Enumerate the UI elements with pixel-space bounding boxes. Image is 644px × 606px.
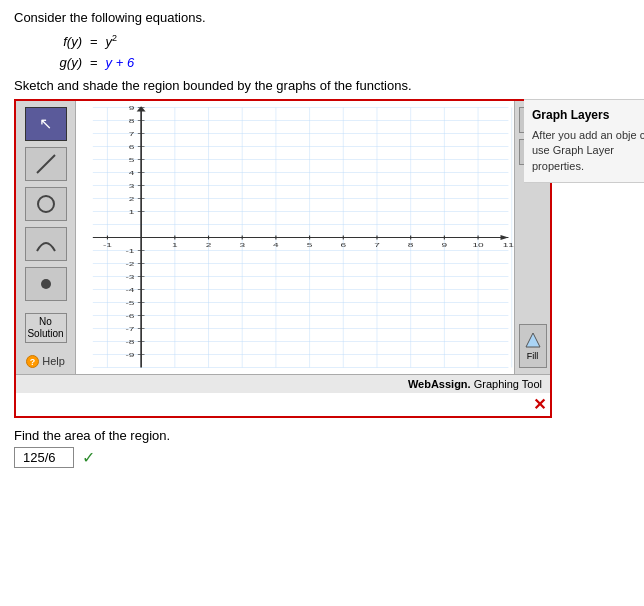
svg-text:8: 8 <box>129 118 135 124</box>
svg-text:-1: -1 <box>125 248 134 254</box>
svg-text:-4: -4 <box>125 287 134 293</box>
graph-layers-title: Graph Layers <box>532 108 644 122</box>
eq1-val: y2 <box>106 31 118 53</box>
left-toolbar: ↖ NoSolution ? Help <box>16 101 76 374</box>
svg-text:-8: -8 <box>125 339 134 345</box>
answer-row: 125/6 ✓ <box>14 447 630 468</box>
curve-tool[interactable] <box>25 227 67 261</box>
svg-text:5: 5 <box>129 157 135 163</box>
svg-text:-7: -7 <box>125 326 134 332</box>
svg-text:-2: -2 <box>125 261 134 267</box>
svg-text:7: 7 <box>374 242 380 248</box>
eq1-fn: f(y) <box>44 32 82 53</box>
svg-text:-3: -3 <box>125 274 134 280</box>
graph-layers-panel: Graph Layers After you add an obje can u… <box>524 99 644 183</box>
fill-button[interactable]: Fill <box>519 324 547 368</box>
line-tool[interactable] <box>25 147 67 181</box>
svg-text:1: 1 <box>172 242 178 248</box>
svg-text:7: 7 <box>129 131 135 137</box>
svg-text:4: 4 <box>129 170 135 176</box>
svg-text:2: 2 <box>206 242 212 248</box>
eq2-val: y + 6 <box>106 53 135 74</box>
svg-text:5: 5 <box>307 242 313 248</box>
point-tool[interactable] <box>25 267 67 301</box>
svg-text:6: 6 <box>129 144 135 150</box>
svg-text:-9: -9 <box>125 352 134 358</box>
find-area-section: Find the area of the region. 125/6 ✓ <box>14 428 630 468</box>
tool-name: Graphing Tool <box>474 378 542 390</box>
help-label: Help <box>42 355 65 367</box>
svg-text:-5: -5 <box>125 300 134 306</box>
graph-area[interactable]: -1 1 2 3 4 5 6 7 8 9 10 11 <box>76 101 514 374</box>
eq2-fn: g(y) <box>44 53 82 74</box>
svg-text:-6: -6 <box>125 313 134 319</box>
svg-text:3: 3 <box>239 242 245 248</box>
check-icon: ✓ <box>82 448 95 467</box>
svg-text:9: 9 <box>442 242 448 248</box>
svg-point-1 <box>38 196 54 212</box>
svg-text:3: 3 <box>129 183 135 189</box>
svg-point-2 <box>41 279 51 289</box>
svg-text:8: 8 <box>408 242 414 248</box>
svg-text:4: 4 <box>273 242 279 248</box>
svg-text:10: 10 <box>472 242 484 248</box>
svg-text:9: 9 <box>129 105 135 111</box>
svg-text:2: 2 <box>129 196 135 202</box>
svg-text:11: 11 <box>503 242 514 248</box>
arrow-tool[interactable]: ↖ <box>25 107 67 141</box>
circle-tool[interactable] <box>25 187 67 221</box>
webassign-brand: WebAssign. <box>408 378 471 390</box>
svg-text:-1: -1 <box>103 242 112 248</box>
help-button[interactable]: ? Help <box>26 349 65 368</box>
equations-block: f(y) = y2 g(y) = y + 6 <box>44 31 630 74</box>
svg-line-0 <box>37 155 55 173</box>
sketch-prompt: Sketch and shade the region bounded by t… <box>14 78 630 93</box>
no-solution-button[interactable]: NoSolution <box>25 313 67 343</box>
problem-intro: Consider the following equations. <box>14 10 630 25</box>
close-button[interactable]: ✕ <box>533 395 546 414</box>
svg-text:1: 1 <box>129 209 135 215</box>
fill-label: Fill <box>527 351 539 361</box>
svg-text:?: ? <box>30 357 36 367</box>
answer-input[interactable]: 125/6 <box>14 447 74 468</box>
find-area-label: Find the area of the region. <box>14 428 630 443</box>
graph-bottom-bar: WebAssign. Graphing Tool <box>16 374 550 393</box>
graph-layers-text: After you add an obje can use Graph Laye… <box>532 128 644 174</box>
close-row: ✕ <box>16 393 550 416</box>
graph-tool: ↖ NoSolution ? Help <box>14 99 552 418</box>
svg-text:6: 6 <box>340 242 346 248</box>
